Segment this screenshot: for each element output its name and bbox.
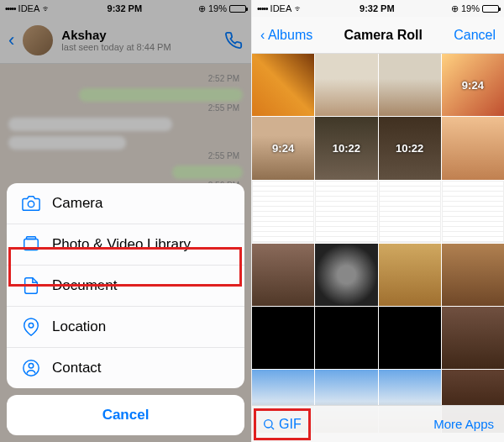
sheet-document[interactable]: Document — [7, 266, 244, 307]
photo-thumb[interactable]: 10:22 — [315, 117, 377, 179]
sheet-location[interactable]: Location — [7, 307, 244, 348]
photo-thumb[interactable] — [252, 244, 314, 306]
sheet-contact[interactable]: Contact — [7, 348, 244, 388]
svg-line-7 — [271, 427, 274, 429]
search-icon — [262, 418, 276, 431]
photo-thumb[interactable] — [315, 181, 377, 243]
svg-point-3 — [29, 323, 34, 328]
photo-thumb[interactable] — [379, 307, 441, 369]
photo-thumb[interactable] — [379, 244, 441, 306]
photo-thumb[interactable] — [252, 181, 314, 243]
photo-grid: 9:24 9:24 10:22 10:22 — [252, 54, 504, 433]
photo-thumb[interactable] — [442, 244, 504, 306]
sheet-label: Document — [52, 277, 117, 294]
photo-thumb[interactable] — [442, 307, 504, 369]
photo-thumb[interactable] — [442, 181, 504, 243]
more-apps[interactable]: More Apps — [433, 417, 494, 431]
svg-point-0 — [28, 201, 34, 207]
location-icon — [22, 318, 40, 336]
svg-point-5 — [29, 364, 34, 369]
photo-thumb[interactable] — [315, 244, 377, 306]
picker-title: Camera Roll — [312, 28, 454, 43]
photo-thumb[interactable] — [442, 117, 504, 179]
photo-thumb[interactable] — [315, 54, 377, 116]
svg-rect-2 — [27, 237, 36, 239]
photo-thumb[interactable] — [379, 181, 441, 243]
photo-thumb[interactable]: 9:24 — [442, 54, 504, 116]
document-icon — [22, 276, 40, 295]
sheet-library[interactable]: Photo & Video Library — [7, 224, 244, 266]
photo-thumb[interactable] — [315, 307, 377, 369]
picker-footer: GIF More Apps — [252, 405, 504, 442]
action-sheet: Camera Photo & Video Library Document — [7, 183, 244, 435]
sheet-cancel[interactable]: Cancel — [7, 395, 244, 435]
sheet-label: Location — [52, 318, 106, 335]
sheet-camera[interactable]: Camera — [7, 183, 244, 224]
albums-back[interactable]: ‹ Albums — [260, 28, 312, 43]
photo-thumb[interactable]: 10:22 — [379, 117, 441, 179]
status-bar: ••••• IDEA ᯤ 9:32 PM ⊕ 19% — [252, 0, 504, 17]
picker-cancel[interactable]: Cancel — [454, 28, 496, 43]
sheet-label: Photo & Video Library — [52, 236, 191, 253]
photo-thumb[interactable] — [379, 54, 441, 116]
contact-icon — [22, 359, 40, 377]
library-icon — [22, 235, 40, 254]
camera-icon — [22, 194, 40, 213]
photo-thumb[interactable] — [252, 307, 314, 369]
photo-thumb[interactable]: 9:24 — [252, 117, 314, 179]
photo-thumb[interactable] — [252, 54, 314, 116]
picker-header: ‹ Albums Camera Roll Cancel — [252, 17, 504, 54]
svg-point-6 — [265, 419, 272, 427]
gif-search[interactable]: GIF — [262, 417, 302, 432]
sheet-label: Camera — [52, 195, 102, 212]
sheet-label: Contact — [52, 360, 102, 376]
svg-rect-1 — [24, 239, 39, 250]
